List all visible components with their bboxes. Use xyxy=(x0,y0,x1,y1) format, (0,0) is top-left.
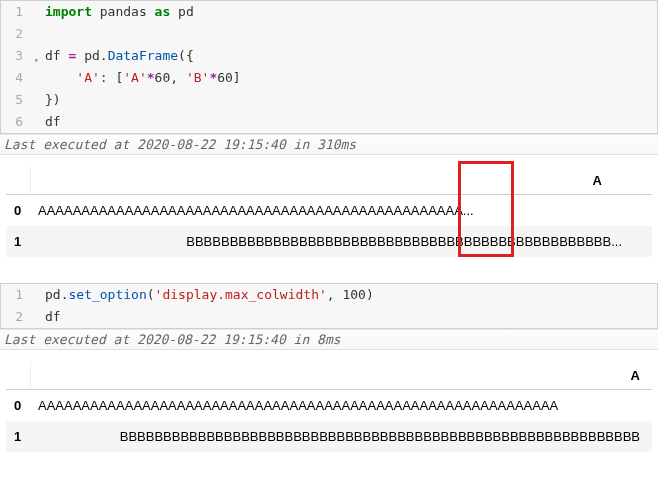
table-row: 1 BBBBBBBBBBBBBBBBBBBBBBBBBBBBBBBBBBBBBB… xyxy=(6,421,652,452)
line-number: 2 xyxy=(1,306,31,328)
cell-value: BBBBBBBBBBBBBBBBBBBBBBBBBBBBBBBBBBBBBBBB… xyxy=(30,226,652,257)
execution-status: Last executed at 2020-08-22 19:15:40 in … xyxy=(0,134,658,155)
dataframe-table: A 0 AAAAAAAAAAAAAAAAAAAAAAAAAAAAAAAAAAAA… xyxy=(6,362,652,452)
dataframe-table: A 0 AAAAAAAAAAAAAAAAAAAAAAAAAAAAAAAAAAAA… xyxy=(6,167,652,257)
column-header-A: A xyxy=(30,167,652,195)
line-number: 2 xyxy=(1,23,31,45)
table-row: 0 AAAAAAAAAAAAAAAAAAAAAAAAAAAAAAAAAAAAAA… xyxy=(6,195,652,227)
table-row: 1 BBBBBBBBBBBBBBBBBBBBBBBBBBBBBBBBBBBBBB… xyxy=(6,226,652,257)
fold-icon[interactable]: ▾ xyxy=(34,49,39,71)
line-number: 6 xyxy=(1,111,31,133)
line-number: 1 xyxy=(1,1,31,23)
code-line[interactable]: 'A': ['A'*60, 'B'*60] xyxy=(31,67,657,89)
row-index: 0 xyxy=(6,390,30,422)
code-line[interactable]: }) xyxy=(31,89,657,111)
code-line[interactable]: df = pd.DataFrame({ xyxy=(31,45,657,67)
line-number: 3▾ xyxy=(1,45,31,67)
code-line[interactable]: import pandas as pd xyxy=(31,1,657,23)
index-header xyxy=(6,167,30,195)
code-line[interactable]: pd.set_option('display.max_colwidth', 10… xyxy=(31,284,657,306)
line-number: 1 xyxy=(1,284,31,306)
code-cell-1[interactable]: 1 import pandas as pd 2 3▾ df = pd.DataF… xyxy=(0,0,658,134)
cell-value: AAAAAAAAAAAAAAAAAAAAAAAAAAAAAAAAAAAAAAAA… xyxy=(30,195,652,227)
row-index: 1 xyxy=(6,421,30,452)
row-index: 1 xyxy=(6,226,30,257)
code-cell-2[interactable]: 1 pd.set_option('display.max_colwidth', … xyxy=(0,283,658,329)
column-header-A: A xyxy=(30,362,652,390)
execution-status: Last executed at 2020-08-22 19:15:40 in … xyxy=(0,329,658,350)
output-cell-2: A 0 AAAAAAAAAAAAAAAAAAAAAAAAAAAAAAAAAAAA… xyxy=(0,350,658,460)
cell-value: AAAAAAAAAAAAAAAAAAAAAAAAAAAAAAAAAAAAAAAA… xyxy=(30,390,652,422)
code-line[interactable] xyxy=(31,23,657,45)
row-index: 0 xyxy=(6,195,30,227)
line-number: 5 xyxy=(1,89,31,111)
code-line[interactable]: df xyxy=(31,111,657,133)
table-row: 0 AAAAAAAAAAAAAAAAAAAAAAAAAAAAAAAAAAAAAA… xyxy=(6,390,652,422)
output-cell-1: A 0 AAAAAAAAAAAAAAAAAAAAAAAAAAAAAAAAAAAA… xyxy=(0,155,658,265)
cell-value: BBBBBBBBBBBBBBBBBBBBBBBBBBBBBBBBBBBBBBBB… xyxy=(30,421,652,452)
index-header xyxy=(6,362,30,390)
code-line[interactable]: df xyxy=(31,306,657,328)
line-number: 4 xyxy=(1,67,31,89)
